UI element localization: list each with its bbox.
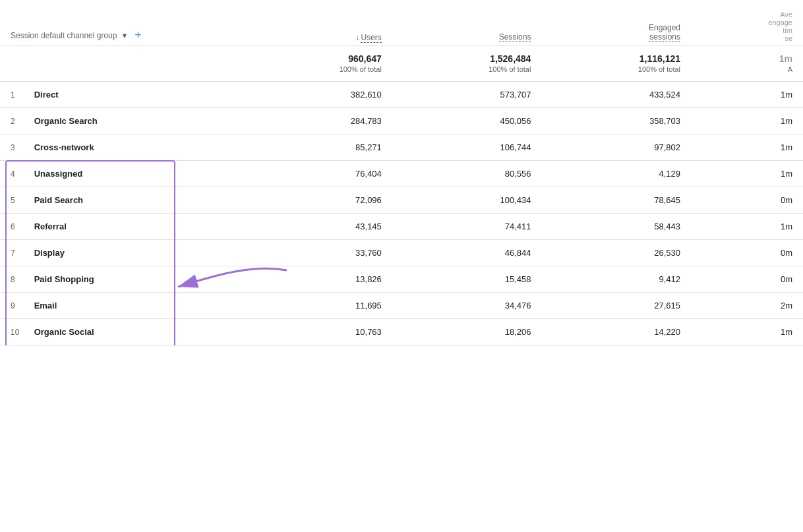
row-number: 8 — [11, 275, 21, 284]
table-row[interactable]: 3 Cross-network 85,271 106,744 97,802 1m — [0, 134, 803, 161]
row-channel-name: Organic Search — [34, 116, 98, 126]
table-row[interactable]: 6 Referral 43,145 74,411 58,443 1m — [0, 214, 803, 240]
avg-engagement-column-header[interactable]: Aveengagetimse — [691, 0, 803, 45]
row-sessions-cell: 15,458 — [392, 266, 542, 293]
row-users-cell: 13,826 — [252, 266, 392, 293]
row-engaged-cell: 14,220 — [541, 319, 691, 345]
totals-sessions-value: 1,526,484 — [403, 53, 531, 64]
table-row[interactable]: 10 Organic Social 10,763 18,206 14,220 1… — [0, 319, 803, 345]
row-channel-name: Email — [34, 301, 57, 310]
table-row[interactable]: 2 Organic Search 284,783 450,056 358,703… — [0, 108, 803, 134]
row-users-cell: 76,404 — [252, 161, 392, 187]
add-column-button[interactable]: + — [134, 28, 142, 42]
engaged-sessions-column-header[interactable]: Engagedsessions — [541, 0, 691, 45]
table-row[interactable]: 9 Email 11,695 34,476 27,615 2m — [0, 293, 803, 319]
table-row[interactable]: 8 Paid Shopping 13,826 15,458 9,412 0m — [0, 266, 803, 293]
totals-row: 960,647 100% of total 1,526,484 100% of … — [0, 45, 803, 82]
users-label: Users — [361, 33, 381, 43]
row-engaged-cell: 27,615 — [541, 293, 691, 319]
row-channel-name: Direct — [34, 90, 59, 100]
row-channel-name: Organic Social — [34, 327, 94, 337]
row-users-cell: 72,096 — [252, 187, 392, 214]
row-avg-cell: 1m — [691, 134, 803, 161]
row-dimension-cell: 9 Email — [0, 293, 252, 319]
sessions-label: Sessions — [499, 32, 531, 42]
row-number: 6 — [11, 222, 21, 231]
row-engaged-cell: 26,530 — [541, 240, 691, 266]
totals-avg-cell: 1m A — [691, 45, 803, 82]
row-avg-cell: 0m — [691, 240, 803, 266]
row-users-cell: 382,610 — [252, 82, 392, 108]
avg-label: Aveengagetimse — [768, 11, 792, 42]
row-engaged-cell: 9,412 — [541, 266, 691, 293]
row-number: 10 — [11, 328, 21, 337]
totals-users-pct: 100% of total — [262, 65, 381, 73]
filter-dropdown-icon[interactable]: ▼ — [121, 32, 128, 40]
row-channel-name: Display — [34, 248, 65, 258]
row-engaged-cell: 4,129 — [541, 161, 691, 187]
row-avg-cell: 0m — [691, 187, 803, 214]
engaged-label: Engagedsessions — [649, 23, 680, 42]
sort-down-icon: ↓ — [355, 33, 359, 42]
users-column-header[interactable]: ↓Users — [252, 0, 392, 45]
analytics-table: Session default channel group ▼ + ↓Users… — [0, 0, 803, 345]
row-engaged-cell: 58,443 — [541, 214, 691, 240]
row-avg-cell: 1m — [691, 319, 803, 345]
totals-engaged-pct: 100% of total — [552, 65, 680, 73]
row-channel-name: Paid Search — [34, 195, 83, 205]
row-dimension-cell: 6 Referral — [0, 214, 252, 240]
row-avg-cell: 1m — [691, 161, 803, 187]
totals-engaged-cell: 1,116,121 100% of total — [541, 45, 691, 82]
row-users-cell: 284,783 — [252, 108, 392, 134]
row-channel-name: Referral — [34, 222, 67, 231]
row-dimension-cell: 10 Organic Social — [0, 319, 252, 345]
totals-users-cell: 960,647 100% of total — [252, 45, 392, 82]
row-dimension-cell: 1 Direct — [0, 82, 252, 108]
row-sessions-cell: 573,707 — [392, 82, 542, 108]
totals-label-cell — [0, 45, 252, 82]
row-engaged-cell: 97,802 — [541, 134, 691, 161]
row-dimension-cell: 3 Cross-network — [0, 134, 252, 161]
row-sessions-cell: 74,411 — [392, 214, 542, 240]
row-sessions-cell: 106,744 — [392, 134, 542, 161]
sessions-column-header[interactable]: Sessions — [392, 0, 542, 45]
analytics-table-container: Session default channel group ▼ + ↓Users… — [0, 0, 803, 345]
row-number: 7 — [11, 249, 21, 258]
dimension-label: Session default channel group — [11, 31, 117, 40]
row-engaged-cell: 433,524 — [541, 82, 691, 108]
dimension-column-header: Session default channel group ▼ + — [0, 0, 252, 45]
row-channel-name: Unassigned — [34, 169, 83, 179]
row-avg-cell: 0m — [691, 266, 803, 293]
totals-avg-sub: A — [701, 65, 792, 73]
row-sessions-cell: 80,556 — [392, 161, 542, 187]
row-channel-name: Paid Shopping — [34, 274, 94, 284]
row-engaged-cell: 358,703 — [541, 108, 691, 134]
row-avg-cell: 1m — [691, 108, 803, 134]
table-row[interactable]: 4 Unassigned 76,404 80,556 4,129 1m — [0, 161, 803, 187]
totals-users-value: 960,647 — [262, 53, 381, 64]
row-dimension-cell: 8 Paid Shopping — [0, 266, 252, 293]
row-dimension-cell: 5 Paid Search — [0, 187, 252, 214]
row-users-cell: 85,271 — [252, 134, 392, 161]
row-dimension-cell: 4 Unassigned — [0, 161, 252, 187]
table-row[interactable]: 1 Direct 382,610 573,707 433,524 1m — [0, 82, 803, 108]
row-avg-cell: 1m — [691, 82, 803, 108]
row-sessions-cell: 450,056 — [392, 108, 542, 134]
row-engaged-cell: 78,645 — [541, 187, 691, 214]
row-users-cell: 10,763 — [252, 319, 392, 345]
totals-sessions-pct: 100% of total — [403, 65, 531, 73]
row-avg-cell: 1m — [691, 214, 803, 240]
totals-sessions-cell: 1,526,484 100% of total — [392, 45, 542, 82]
row-sessions-cell: 34,476 — [392, 293, 542, 319]
row-number: 3 — [11, 143, 21, 152]
totals-avg-value: 1m — [701, 53, 792, 64]
row-sessions-cell: 18,206 — [392, 319, 542, 345]
row-dimension-cell: 2 Organic Search — [0, 108, 252, 134]
row-sessions-cell: 100,434 — [392, 187, 542, 214]
row-number: 5 — [11, 196, 21, 205]
row-users-cell: 33,760 — [252, 240, 392, 266]
row-channel-name: Cross-network — [34, 142, 94, 152]
table-row[interactable]: 7 Display 33,760 46,844 26,530 0m — [0, 240, 803, 266]
table-row[interactable]: 5 Paid Search 72,096 100,434 78,645 0m — [0, 187, 803, 214]
totals-engaged-value: 1,116,121 — [552, 53, 680, 64]
